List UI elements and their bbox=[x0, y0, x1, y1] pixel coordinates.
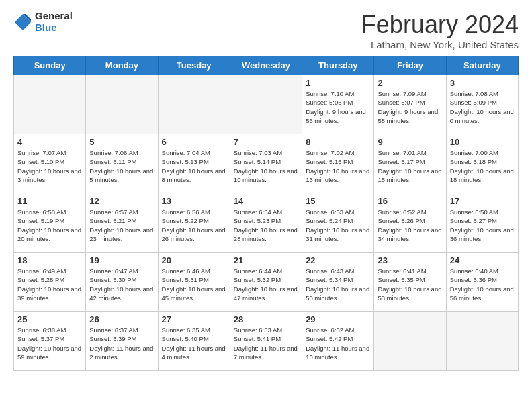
day-number: 21 bbox=[234, 255, 298, 265]
logo: General Blue bbox=[13, 11, 73, 33]
day-cell-5: 5Sunrise: 7:06 AM Sunset: 5:11 PM Daylig… bbox=[86, 134, 158, 193]
day-cell-3: 3Sunrise: 7:08 AM Sunset: 5:09 PM Daylig… bbox=[446, 75, 518, 134]
day-number: 4 bbox=[17, 137, 82, 147]
day-number: 19 bbox=[89, 255, 154, 265]
day-number: 15 bbox=[306, 196, 370, 206]
calendar-subtitle: Latham, New York, United States bbox=[361, 39, 519, 50]
day-cell-8: 8Sunrise: 7:02 AM Sunset: 5:15 PM Daylig… bbox=[302, 134, 374, 193]
day-info: Sunrise: 7:07 AM Sunset: 5:10 PM Dayligh… bbox=[17, 148, 82, 184]
day-header-saturday: Saturday bbox=[446, 56, 518, 75]
day-number: 12 bbox=[89, 196, 154, 206]
day-header-friday: Friday bbox=[374, 56, 446, 75]
day-cell-6: 6Sunrise: 7:04 AM Sunset: 5:13 PM Daylig… bbox=[158, 134, 230, 193]
day-info: Sunrise: 7:01 AM Sunset: 5:17 PM Dayligh… bbox=[378, 148, 442, 184]
day-cell-10: 10Sunrise: 7:00 AM Sunset: 5:18 PM Dayli… bbox=[446, 134, 518, 193]
day-number: 25 bbox=[17, 314, 82, 324]
day-cell-25: 25Sunrise: 6:38 AM Sunset: 5:37 PM Dayli… bbox=[14, 312, 86, 371]
day-info: Sunrise: 7:02 AM Sunset: 5:15 PM Dayligh… bbox=[306, 148, 370, 184]
empty-cell bbox=[230, 75, 302, 134]
empty-cell bbox=[14, 75, 86, 134]
day-cell-18: 18Sunrise: 6:49 AM Sunset: 5:28 PM Dayli… bbox=[14, 253, 86, 312]
calendar-table: SundayMondayTuesdayWednesdayThursdayFrid… bbox=[13, 56, 519, 371]
day-cell-17: 17Sunrise: 6:50 AM Sunset: 5:27 PM Dayli… bbox=[446, 193, 518, 253]
day-cell-2: 2Sunrise: 7:09 AM Sunset: 5:07 PM Daylig… bbox=[374, 75, 446, 134]
page-header: General Blue February 2024 Latham, New Y… bbox=[13, 11, 519, 50]
week-row-1: 1Sunrise: 7:10 AM Sunset: 5:06 PM Daylig… bbox=[14, 75, 519, 134]
day-number: 22 bbox=[306, 255, 370, 265]
day-info: Sunrise: 6:44 AM Sunset: 5:32 PM Dayligh… bbox=[234, 267, 298, 302]
logo-text: General Blue bbox=[35, 11, 73, 33]
day-cell-7: 7Sunrise: 7:03 AM Sunset: 5:14 PM Daylig… bbox=[230, 134, 302, 193]
day-cell-12: 12Sunrise: 6:57 AM Sunset: 5:21 PM Dayli… bbox=[86, 193, 158, 253]
day-cell-19: 19Sunrise: 6:47 AM Sunset: 5:30 PM Dayli… bbox=[86, 253, 158, 312]
logo-icon bbox=[13, 13, 32, 32]
day-cell-21: 21Sunrise: 6:44 AM Sunset: 5:32 PM Dayli… bbox=[230, 253, 302, 312]
day-cell-26: 26Sunrise: 6:37 AM Sunset: 5:39 PM Dayli… bbox=[86, 312, 158, 371]
day-cell-13: 13Sunrise: 6:56 AM Sunset: 5:22 PM Dayli… bbox=[158, 193, 230, 253]
day-info: Sunrise: 7:03 AM Sunset: 5:14 PM Dayligh… bbox=[234, 148, 298, 184]
day-info: Sunrise: 6:40 AM Sunset: 5:36 PM Dayligh… bbox=[450, 267, 515, 302]
day-number: 23 bbox=[378, 255, 442, 265]
day-cell-20: 20Sunrise: 6:46 AM Sunset: 5:31 PM Dayli… bbox=[158, 253, 230, 312]
day-info: Sunrise: 6:37 AM Sunset: 5:39 PM Dayligh… bbox=[89, 326, 154, 361]
day-cell-29: 29Sunrise: 6:32 AM Sunset: 5:42 PM Dayli… bbox=[302, 312, 374, 371]
week-row-5: 25Sunrise: 6:38 AM Sunset: 5:37 PM Dayli… bbox=[14, 312, 519, 371]
day-info: Sunrise: 6:43 AM Sunset: 5:34 PM Dayligh… bbox=[306, 267, 370, 302]
calendar-title: February 2024 bbox=[361, 11, 519, 39]
empty-cell bbox=[86, 75, 158, 134]
day-info: Sunrise: 6:56 AM Sunset: 5:22 PM Dayligh… bbox=[162, 208, 226, 243]
day-cell-24: 24Sunrise: 6:40 AM Sunset: 5:36 PM Dayli… bbox=[446, 253, 518, 312]
svg-marker-0 bbox=[15, 14, 31, 30]
day-info: Sunrise: 6:47 AM Sunset: 5:30 PM Dayligh… bbox=[89, 267, 154, 302]
day-number: 14 bbox=[234, 196, 298, 206]
day-info: Sunrise: 6:33 AM Sunset: 5:41 PM Dayligh… bbox=[234, 326, 298, 361]
day-info: Sunrise: 7:00 AM Sunset: 5:18 PM Dayligh… bbox=[450, 148, 515, 184]
day-header-wednesday: Wednesday bbox=[230, 56, 302, 75]
day-info: Sunrise: 6:32 AM Sunset: 5:42 PM Dayligh… bbox=[306, 326, 370, 361]
day-info: Sunrise: 6:53 AM Sunset: 5:24 PM Dayligh… bbox=[306, 208, 370, 243]
day-info: Sunrise: 7:06 AM Sunset: 5:11 PM Dayligh… bbox=[89, 148, 154, 184]
day-header-thursday: Thursday bbox=[302, 56, 374, 75]
day-number: 7 bbox=[234, 137, 298, 147]
day-info: Sunrise: 6:57 AM Sunset: 5:21 PM Dayligh… bbox=[89, 208, 154, 243]
logo-blue-text: Blue bbox=[35, 22, 73, 34]
day-number: 20 bbox=[162, 255, 226, 265]
week-row-3: 11Sunrise: 6:58 AM Sunset: 5:19 PM Dayli… bbox=[14, 193, 519, 253]
empty-cell bbox=[374, 312, 446, 371]
day-cell-27: 27Sunrise: 6:35 AM Sunset: 5:40 PM Dayli… bbox=[158, 312, 230, 371]
week-row-2: 4Sunrise: 7:07 AM Sunset: 5:10 PM Daylig… bbox=[14, 134, 519, 193]
day-info: Sunrise: 6:54 AM Sunset: 5:23 PM Dayligh… bbox=[234, 208, 298, 243]
day-number: 18 bbox=[17, 255, 82, 265]
day-cell-15: 15Sunrise: 6:53 AM Sunset: 5:24 PM Dayli… bbox=[302, 193, 374, 253]
day-number: 17 bbox=[450, 196, 515, 206]
day-number: 11 bbox=[17, 196, 82, 206]
day-number: 13 bbox=[162, 196, 226, 206]
day-number: 6 bbox=[162, 137, 226, 147]
day-cell-11: 11Sunrise: 6:58 AM Sunset: 5:19 PM Dayli… bbox=[14, 193, 86, 253]
empty-cell bbox=[158, 75, 230, 134]
day-header-sunday: Sunday bbox=[14, 56, 86, 75]
day-number: 5 bbox=[89, 137, 154, 147]
day-info: Sunrise: 6:41 AM Sunset: 5:35 PM Dayligh… bbox=[378, 267, 442, 302]
day-number: 10 bbox=[450, 137, 515, 147]
empty-cell bbox=[446, 312, 518, 371]
day-info: Sunrise: 7:08 AM Sunset: 5:09 PM Dayligh… bbox=[450, 89, 515, 125]
day-info: Sunrise: 6:35 AM Sunset: 5:40 PM Dayligh… bbox=[162, 326, 226, 361]
day-number: 24 bbox=[450, 255, 515, 265]
day-header-monday: Monday bbox=[86, 56, 158, 75]
day-cell-4: 4Sunrise: 7:07 AM Sunset: 5:10 PM Daylig… bbox=[14, 134, 86, 193]
day-cell-23: 23Sunrise: 6:41 AM Sunset: 5:35 PM Dayli… bbox=[374, 253, 446, 312]
day-info: Sunrise: 7:09 AM Sunset: 5:07 PM Dayligh… bbox=[378, 89, 442, 125]
day-number: 8 bbox=[306, 137, 370, 147]
day-number: 29 bbox=[306, 314, 370, 324]
day-number: 3 bbox=[450, 78, 515, 88]
day-info: Sunrise: 7:04 AM Sunset: 5:13 PM Dayligh… bbox=[162, 148, 226, 184]
day-number: 2 bbox=[378, 78, 442, 88]
day-number: 1 bbox=[306, 78, 370, 88]
day-number: 9 bbox=[378, 137, 442, 147]
day-cell-16: 16Sunrise: 6:52 AM Sunset: 5:26 PM Dayli… bbox=[374, 193, 446, 253]
day-number: 27 bbox=[162, 314, 226, 324]
day-info: Sunrise: 6:50 AM Sunset: 5:27 PM Dayligh… bbox=[450, 208, 515, 243]
day-info: Sunrise: 6:49 AM Sunset: 5:28 PM Dayligh… bbox=[17, 267, 82, 302]
day-info: Sunrise: 6:46 AM Sunset: 5:31 PM Dayligh… bbox=[162, 267, 226, 302]
